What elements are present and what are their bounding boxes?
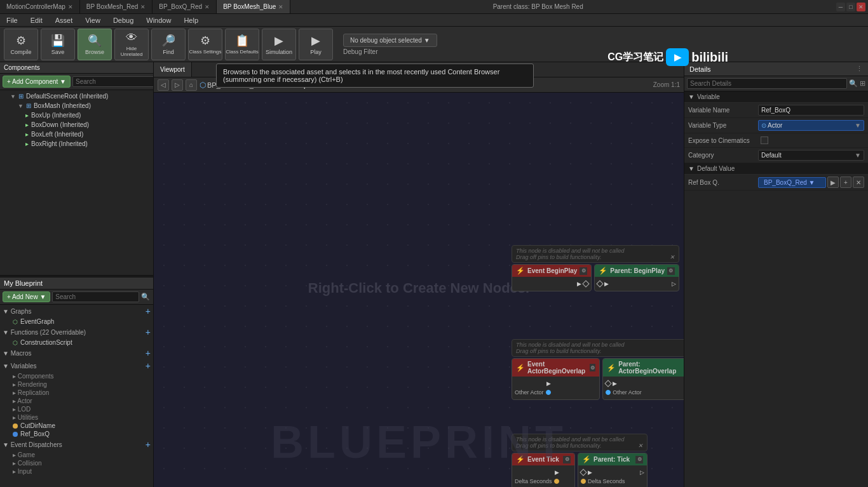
delta-pin-out[interactable]	[554, 479, 559, 484]
class-settings-button[interactable]: ⚙ Class Settings	[188, 29, 222, 60]
close-icon[interactable]: ✕	[68, 4, 73, 10]
close-icon[interactable]: ✕	[278, 4, 283, 10]
mybp-search-input[interactable]	[52, 291, 139, 302]
tick-settings-btn[interactable]: ⚙	[563, 456, 571, 464]
parent-tick-settings-btn[interactable]: ⚙	[635, 456, 643, 464]
close-icon[interactable]: ✕	[140, 4, 146, 10]
exec-pin-in-3[interactable]	[580, 469, 587, 476]
exec-pin-in[interactable]	[597, 280, 604, 287]
variable-name-value[interactable]: Ref_BoxQ	[758, 105, 864, 116]
mybp-var-cutdirname[interactable]: CutDirName	[0, 422, 153, 430]
mybp-disp-game[interactable]: ▸ Game	[0, 451, 153, 459]
mybp-disp-input[interactable]: ▸ Input	[0, 467, 153, 476]
save-button[interactable]: 💾 Save	[41, 29, 75, 60]
mybp-disp-collision[interactable]: ▸ Collision	[0, 459, 153, 467]
add-component-button[interactable]: + Add Component ▼	[3, 76, 71, 88]
nav-home-button[interactable]: ⌂	[186, 79, 197, 91]
mybp-var-ref-boxq[interactable]: Ref_BoxQ	[0, 430, 153, 438]
compile-button[interactable]: ⚙ Compile	[4, 29, 38, 60]
other-actor-pin-out[interactable]	[546, 390, 551, 395]
details-search-input[interactable]	[687, 78, 847, 89]
play-button[interactable]: ▶ Play	[299, 29, 333, 60]
variable-type-value[interactable]: ⊙ Actor ▼	[758, 120, 864, 131]
mybp-var-utilities[interactable]: ▸ Utilities	[0, 413, 153, 422]
other-actor-pin-in[interactable]	[606, 390, 611, 395]
find-button[interactable]: 🔎 Find	[151, 29, 186, 60]
tree-item-boxup[interactable]: ▸ BoxUp (Inherited)	[0, 110, 153, 120]
tree-item-default-scene-root[interactable]: ▼ ⊞ DefaultSceneRoot (Inherited)	[0, 91, 153, 101]
details-grid-view[interactable]: ⊞	[860, 79, 865, 88]
mybp-section-functions[interactable]: ▼ Functions (22 Overridable) +	[0, 326, 153, 338]
tab-motion-controller[interactable]: MotionControllerMap ✕	[0, 0, 80, 13]
event-tick-node[interactable]: ⚡ Event Tick ⚙ ▶ Delta Seconds	[512, 453, 575, 487]
ref-boxq-selector[interactable]: BP_BoxQ_Red ▼	[758, 177, 826, 188]
mybp-var-actor[interactable]: ▸ Actor	[0, 397, 153, 405]
mybp-section-variables[interactable]: ▼ Variables +	[0, 359, 153, 372]
parent-node-settings-btn[interactable]: ⚙	[667, 267, 675, 275]
category-value[interactable]: Default ▼	[758, 150, 864, 161]
ref-boxq-add[interactable]: +	[840, 177, 851, 188]
menu-view[interactable]: View	[83, 17, 103, 24]
menu-file[interactable]: File	[4, 17, 20, 24]
hide-unrelated-button[interactable]: 👁 Hide Unrelated	[114, 29, 149, 60]
class-defaults-button[interactable]: 📋 Class Defaults	[225, 29, 259, 60]
event-beginplay-node[interactable]: ⚡ Event BeginPlay ⚙ ▶	[512, 264, 592, 291]
tree-item-boxdown[interactable]: ▸ BoxDown (Inherited)	[0, 120, 153, 130]
variable-section-header[interactable]: ▼ Variable	[684, 91, 868, 103]
mybp-variables-add[interactable]: +	[146, 361, 151, 371]
mybp-section-macros[interactable]: ▼ Macros +	[0, 347, 153, 359]
tab-bp-boxmesh-red[interactable]: BP BoxMesh_Red ✕	[80, 0, 153, 13]
tab-viewport[interactable]: Viewport	[154, 62, 192, 77]
mybp-item-eventgraph[interactable]: ⬡ EventGraph	[0, 317, 153, 326]
menu-window[interactable]: Window	[144, 17, 173, 24]
exec-pin-in-2[interactable]	[604, 380, 611, 387]
mybp-functions-add[interactable]: +	[146, 327, 151, 337]
ref-boxq-browse[interactable]: ▶	[827, 177, 839, 188]
delta-pin-in[interactable]	[581, 479, 586, 484]
mybp-var-components[interactable]: ▸ Components	[0, 372, 153, 380]
mybp-dispatchers-add[interactable]: +	[146, 439, 151, 450]
mybp-item-constructionscript[interactable]: ⬡ ConstructionScript	[0, 338, 153, 347]
close-button[interactable]: ✕	[857, 3, 865, 11]
nav-forward-button[interactable]: ▷	[172, 79, 183, 91]
menu-edit[interactable]: Edit	[28, 17, 45, 24]
menu-debug[interactable]: Debug	[111, 17, 136, 24]
tab-bp-boxmesh-blue[interactable]: BP BoxMesh_Blue ✕	[217, 0, 290, 13]
maximize-button[interactable]: □	[846, 3, 855, 11]
mybp-section-dispatchers[interactable]: ▼ Event Dispatchers +	[0, 438, 153, 451]
debug-filter-button[interactable]: No debug object selected ▼	[343, 34, 437, 47]
tree-item-boxmesh[interactable]: ▼ ⊞ BoxMash (Inherited)	[0, 101, 153, 110]
parent-beginplay-node[interactable]: ⚡ Parent: BeginPlay ⚙ ▶	[594, 264, 679, 291]
event-overlap-node[interactable]: ⚡ Event ActorBeginOverlap ⚙ ▶ Other Acto…	[512, 358, 600, 400]
mybp-graphs-add[interactable]: +	[146, 306, 151, 316]
menu-help[interactable]: Help	[181, 17, 201, 24]
exec-pin[interactable]	[583, 280, 590, 287]
expose-checkbox[interactable]	[761, 137, 768, 144]
mybp-macros-add[interactable]: +	[146, 348, 151, 358]
node-settings-btn[interactable]: ⚙	[580, 267, 587, 275]
ref-boxq-clear[interactable]: ✕	[853, 177, 864, 188]
browse-button[interactable]: 🔍 Browse	[78, 29, 112, 60]
mybp-var-replication[interactable]: ▸ Replication	[0, 389, 153, 397]
details-options[interactable]: ⋮	[856, 65, 863, 73]
mybp-add-button[interactable]: + Add New ▼	[3, 291, 50, 302]
parent-overlap-node[interactable]: ⚡ Parent: ActorBeginOverlap ⚙ ▶	[602, 358, 684, 400]
default-value-header[interactable]: ▼ Default Value	[684, 163, 868, 175]
menu-asset[interactable]: Asset	[53, 17, 76, 24]
minimize-button[interactable]: ─	[836, 3, 845, 11]
mybp-var-lod[interactable]: ▸ LOD	[0, 405, 153, 413]
node-close-btn-3[interactable]: ✕	[638, 443, 643, 449]
overlap-settings-btn[interactable]: ⚙	[590, 364, 595, 371]
tree-item-boxleft[interactable]: ▸ BoxLeft (Inherited)	[0, 130, 153, 139]
mybp-var-rendering[interactable]: ▸ Rendering	[0, 380, 153, 389]
nav-back-button[interactable]: ◁	[158, 79, 169, 91]
node-close-btn[interactable]: ✕	[670, 254, 675, 260]
comp-search-input[interactable]	[72, 76, 154, 87]
parent-tick-node[interactable]: ⚡ Parent: Tick ⚙ ▶	[578, 453, 648, 487]
tree-item-boxright[interactable]: ▸ BoxRight (Inherited)	[0, 139, 153, 149]
simulation-button[interactable]: ▶ Simulation	[262, 29, 296, 60]
blueprint-canvas[interactable]: Right-Click to Create New Nodes. This no…	[154, 93, 684, 487]
tab-bp-boxq-red[interactable]: BP_BoxQ_Red ✕	[153, 0, 217, 13]
close-icon[interactable]: ✕	[205, 4, 210, 10]
mybp-section-graphs[interactable]: ▼ Graphs +	[0, 305, 153, 317]
